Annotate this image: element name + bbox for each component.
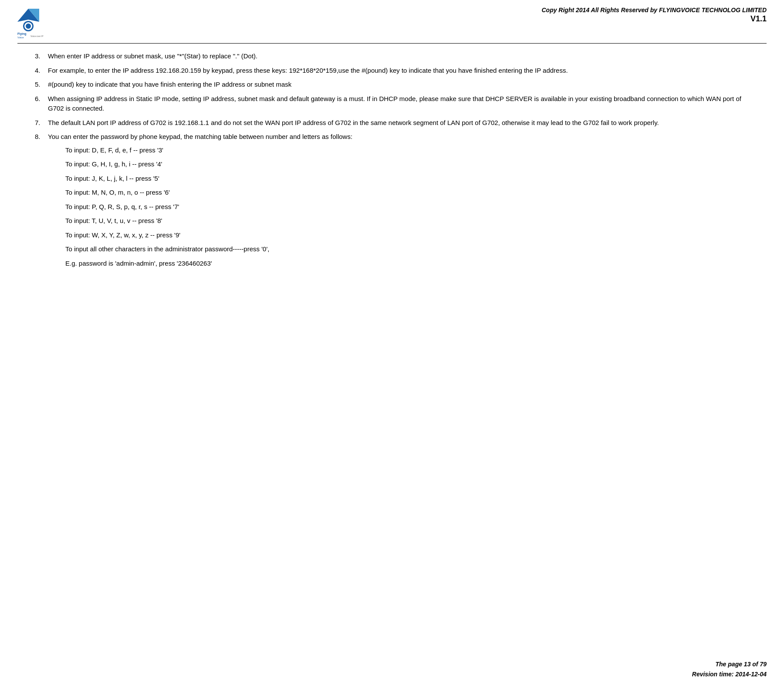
page-header: Flying Voice Voice over IP Copy Right 20… — [0, 0, 784, 41]
list-num-3: 3. — [35, 51, 48, 61]
footer-revision: Revision time: 2014-12-04 — [692, 669, 767, 679]
list-text-6: When assigning IP address in Static IP m… — [48, 94, 758, 114]
page-footer: The page 13 of 79 Revision time: 2014-12… — [692, 659, 767, 679]
svg-text:Flying: Flying — [17, 32, 27, 36]
page-container: Flying Voice Voice over IP Copy Right 20… — [0, 0, 784, 692]
logo-icon: Flying Voice Voice over IP — [15, 4, 54, 39]
copyright-text: Copy Right 2014 All Rights Reserved by F… — [61, 7, 767, 14]
list-num-6: 6. — [35, 94, 48, 114]
list-text-5: #(pound) key to indicate that you have f… — [48, 80, 758, 90]
header-divider — [17, 43, 767, 44]
version-text: V1.1 — [61, 14, 767, 24]
input-row-2: To input: J, K, L, j, k, l -- press '5' — [65, 174, 758, 184]
logo-area: Flying Voice Voice over IP — [9, 4, 61, 39]
list-item-7: 7. The default LAN port IP address of G7… — [35, 118, 758, 128]
list-item-4: 4. For example, to enter the IP address … — [35, 66, 758, 76]
list-item-6: 6. When assigning IP address in Static I… — [35, 94, 758, 114]
list-text-8: You can enter the password by phone keyp… — [48, 132, 758, 273]
svg-text:Voice over IP: Voice over IP — [30, 35, 44, 37]
footer-page-number: The page 13 of 79 — [692, 659, 767, 669]
list-text-3: When enter IP address or subnet mask, us… — [48, 51, 758, 61]
header-right: Copy Right 2014 All Rights Reserved by F… — [61, 4, 767, 24]
list-num-7: 7. — [35, 118, 48, 128]
input-row-8: E.g. password is 'admin-admin', press '2… — [65, 259, 758, 269]
main-content: 3. When enter IP address or subnet mask,… — [0, 47, 784, 286]
input-row-0: To input: D, E, F, d, e, f -- press '3' — [65, 145, 758, 155]
svg-point-4 — [26, 24, 31, 29]
input-row-4: To input: P, Q, R, S, p, q, r, s -- pres… — [65, 202, 758, 212]
list-num-5: 5. — [35, 80, 48, 90]
input-row-5: To input: T, U, V, t, u, v -- press '8' — [65, 216, 758, 226]
input-row-7: To input all other characters in the adm… — [65, 244, 758, 254]
svg-text:Voice: Voice — [17, 36, 24, 39]
input-row-6: To input: W, X, Y, Z, w, x, y, z -- pres… — [65, 230, 758, 240]
instructions-list: 3. When enter IP address or subnet mask,… — [35, 51, 758, 273]
list-item-5: 5. #(pound) key to indicate that you hav… — [35, 80, 758, 90]
list-text-7: The default LAN port IP address of G702 … — [48, 118, 758, 128]
list-text-4: For example, to enter the IP address 192… — [48, 66, 758, 76]
list-item-3: 3. When enter IP address or subnet mask,… — [35, 51, 758, 61]
input-row-3: To input: M, N, O, m, n, o -- press '6' — [65, 188, 758, 198]
password-input-table: To input: D, E, F, d, e, f -- press '3' … — [48, 145, 758, 269]
input-row-1: To input: G, H, I, g, h, i -- press '4' — [65, 159, 758, 169]
list-num-4: 4. — [35, 66, 48, 76]
list-num-8: 8. — [35, 132, 48, 273]
list-item-8: 8. You can enter the password by phone k… — [35, 132, 758, 273]
